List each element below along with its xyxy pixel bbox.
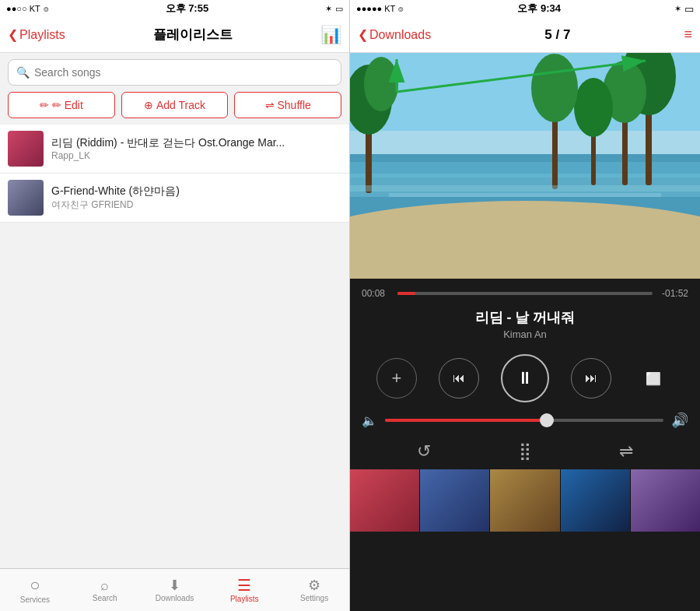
repeat-button[interactable]: ↺ bbox=[417, 441, 431, 462]
chevron-left-right-icon: ❮ bbox=[358, 27, 368, 42]
back-button-right[interactable]: ❮ Downloads bbox=[358, 27, 431, 42]
left-panel: ●●○○ KT ⌾ 오후 7:55 ✶ ▭ ❮ Playlists 플레이리스트… bbox=[0, 0, 350, 611]
volume-track[interactable] bbox=[385, 419, 663, 422]
tab-settings[interactable]: ⚙ Settings bbox=[279, 569, 349, 611]
equalizer-nav-icon[interactable]: 📊 bbox=[320, 25, 341, 45]
album-art-svg bbox=[350, 53, 700, 279]
menu-icon[interactable]: ≡ bbox=[684, 26, 692, 43]
svg-rect-19 bbox=[389, 193, 661, 197]
battery-icon-left: ▭ bbox=[335, 4, 343, 14]
song-info: 리딤 (Riddim) - 반대로 걷는다 Ost.Orange Mar... … bbox=[51, 136, 341, 161]
status-left-info: ●●○○ KT ⌾ bbox=[6, 4, 49, 13]
volume-max-icon: 🔊 bbox=[671, 412, 688, 429]
right-panel: ●●●●● KT ⌾ 오후 9:34 ✶ ▭ ❮ Downloads 5 / 7… bbox=[350, 0, 700, 611]
svg-point-9 bbox=[364, 57, 398, 111]
song-artist: Rapp_LK bbox=[51, 150, 341, 161]
status-bar-left: ●●○○ KT ⌾ 오후 7:55 ✶ ▭ bbox=[0, 0, 349, 17]
svg-point-17 bbox=[531, 54, 578, 122]
playlists-icon: ☰ bbox=[237, 578, 251, 593]
wifi-icon-left: ⌾ bbox=[44, 4, 49, 13]
prev-icon: ⏮ bbox=[453, 371, 465, 385]
search-tab-icon: ⌕ bbox=[100, 578, 109, 592]
action-buttons: ✏ ✏ Edit ⊕ Add Track ⇌ Shuffle bbox=[0, 92, 349, 125]
nav-bar-right: ❮ Downloads 5 / 7 ≡ bbox=[350, 17, 700, 53]
edit-icon: ✏ bbox=[40, 99, 49, 111]
back-label-right: Downloads bbox=[369, 28, 431, 42]
shuffle-right-icon: ⇌ bbox=[619, 441, 633, 461]
time-elapsed: 00:08 bbox=[362, 288, 391, 299]
tab-playlists-label: Playlists bbox=[230, 595, 259, 603]
player-controls: + ⏮ ⏸ ⏭ ⬜ bbox=[350, 348, 700, 412]
equalizer-icon: ⣿ bbox=[519, 441, 531, 461]
add-track-label: Add Track bbox=[156, 99, 205, 111]
track-count: 5 / 7 bbox=[544, 27, 570, 43]
tab-services[interactable]: ○ Services bbox=[0, 569, 70, 611]
time-right: 오후 9:34 bbox=[517, 2, 561, 16]
pause-button[interactable]: ⏸ bbox=[501, 354, 549, 402]
list-item[interactable]: 리딤 (Riddim) - 반대로 걷는다 Ost.Orange Mar... … bbox=[0, 125, 349, 174]
volume-min-icon: 🔈 bbox=[362, 413, 377, 428]
tab-search-label: Search bbox=[93, 594, 117, 602]
svg-point-15 bbox=[574, 78, 613, 137]
tab-downloads-label: Downloads bbox=[156, 594, 194, 602]
progress-bar-section: 00:08 -01:52 bbox=[350, 279, 700, 305]
airplay-button[interactable]: ⬜ bbox=[633, 358, 674, 399]
equalizer-button[interactable]: ⣿ bbox=[519, 441, 531, 462]
tab-playlists[interactable]: ☰ Playlists bbox=[209, 569, 279, 611]
chevron-left-icon: ❮ bbox=[8, 27, 18, 42]
repeat-icon: ↺ bbox=[417, 441, 431, 461]
search-input[interactable] bbox=[34, 66, 333, 79]
progress-fill bbox=[397, 292, 415, 295]
song-title: G-Friend-White (하얀마음) bbox=[51, 184, 341, 198]
song-thumbnail bbox=[8, 131, 44, 167]
nav-bar-left: ❮ Playlists 플레이리스트 📊 bbox=[0, 17, 349, 53]
thumb-item[interactable] bbox=[561, 469, 631, 532]
wifi-icon-right: ⌾ bbox=[398, 4, 404, 13]
back-button-left[interactable]: ❮ Playlists bbox=[8, 27, 65, 42]
tab-downloads[interactable]: ⬇ Downloads bbox=[140, 569, 210, 611]
thumbnails-row bbox=[350, 469, 700, 532]
settings-icon: ⚙ bbox=[308, 578, 320, 592]
carrier-right: ●●●●● KT bbox=[356, 4, 395, 13]
song-artist: 여자친구 GFRIEND bbox=[51, 198, 341, 212]
volume-knob[interactable] bbox=[540, 413, 554, 427]
status-bar-right: ●●●●● KT ⌾ 오후 9:34 ✶ ▭ bbox=[350, 0, 700, 17]
bluetooth-icon-left: ✶ bbox=[325, 4, 332, 14]
nav-title-left: 플레이리스트 bbox=[153, 26, 233, 44]
svg-rect-6 bbox=[350, 224, 700, 279]
search-bar: 🔍 bbox=[8, 59, 341, 86]
prev-button[interactable]: ⏮ bbox=[439, 358, 479, 399]
thumb-item[interactable] bbox=[490, 469, 560, 532]
carrier-left: ●●○○ KT bbox=[6, 4, 40, 13]
bluetooth-icon-right: ✶ bbox=[674, 4, 681, 14]
status-right-right: ✶ ▭ bbox=[674, 3, 694, 15]
battery-icon-right: ▭ bbox=[684, 3, 694, 15]
back-label-left: Playlists bbox=[19, 28, 65, 42]
search-icon: 🔍 bbox=[16, 66, 30, 79]
thumb-item[interactable] bbox=[350, 469, 420, 532]
next-button[interactable]: ⏭ bbox=[571, 358, 611, 399]
shuffle-right-button[interactable]: ⇌ bbox=[619, 441, 633, 462]
add-track-button[interactable]: ⊕ Add Track bbox=[121, 92, 229, 118]
pause-icon: ⏸ bbox=[516, 368, 534, 388]
tab-search[interactable]: ⌕ Search bbox=[70, 569, 140, 611]
status-right-info: ✶ ▭ bbox=[325, 4, 343, 14]
shuffle-button[interactable]: ⇌ Shuffle bbox=[234, 92, 341, 118]
time-remaining: -01:52 bbox=[659, 288, 688, 299]
progress-track[interactable] bbox=[397, 292, 653, 295]
song-info: G-Friend-White (하얀마음) 여자친구 GFRIEND bbox=[51, 184, 341, 212]
album-art bbox=[350, 53, 700, 279]
player-song-title: 리딤 - 날 꺼내줘 bbox=[350, 308, 700, 327]
services-icon: ○ bbox=[30, 577, 40, 594]
time-left: 오후 7:55 bbox=[166, 2, 209, 16]
add-icon: ⊕ bbox=[144, 99, 153, 111]
player-song-artist: Kiman An bbox=[350, 328, 700, 340]
song-thumbnail bbox=[8, 180, 44, 216]
add-button[interactable]: + bbox=[376, 358, 417, 399]
list-item[interactable]: G-Friend-White (하얀마음) 여자친구 GFRIEND bbox=[0, 174, 349, 223]
thumb-item[interactable] bbox=[420, 469, 490, 532]
next-icon: ⏭ bbox=[585, 371, 597, 385]
edit-button[interactable]: ✏ ✏ Edit bbox=[8, 92, 115, 118]
airplay-icon: ⬜ bbox=[646, 371, 661, 386]
thumb-item[interactable] bbox=[631, 469, 700, 532]
